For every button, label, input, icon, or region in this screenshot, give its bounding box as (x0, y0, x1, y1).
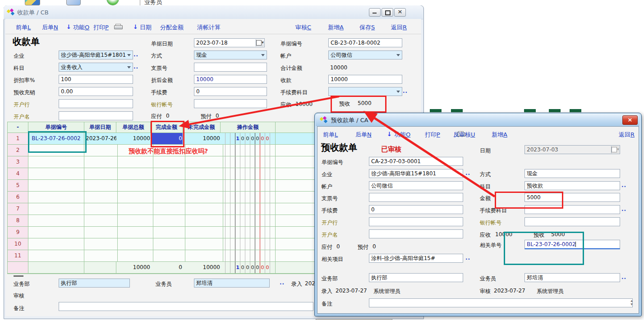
table-cell-done[interactable] (151, 156, 185, 168)
table-cell-doc-no[interactable] (28, 156, 84, 168)
table-row-number[interactable]: 6 (8, 192, 28, 203)
table-cell-doc-no[interactable] (28, 168, 84, 180)
calendar-dropdown-button[interactable]: ▾ (256, 39, 264, 46)
print-button[interactable]: 打印P (93, 23, 109, 32)
bank-account-input[interactable] (524, 217, 620, 226)
person-select[interactable]: 郑培清 (194, 279, 270, 288)
unaudit-button[interactable]: 反审核U (453, 131, 475, 139)
bank-account-input[interactable] (194, 99, 267, 108)
table-cell-done[interactable] (151, 250, 185, 262)
related-no-input[interactable]: BL-23-07-26-0002 (524, 240, 620, 249)
table-cell-total[interactable] (116, 238, 153, 250)
table-cell-doc-no[interactable] (28, 215, 84, 227)
splitter-handle[interactable] (14, 275, 23, 277)
date-menu-button[interactable]: 日期 (140, 23, 152, 32)
table-cell-total[interactable] (116, 215, 153, 227)
table-row-number[interactable]: 9 (8, 227, 28, 238)
add-new-button[interactable]: 新增A (492, 131, 507, 139)
doc-date-input[interactable]: 2023-07-18 ▾ (194, 38, 265, 47)
add-new-button[interactable]: 新增A (328, 23, 344, 32)
fee-subject-lookup-button[interactable]: .. (621, 206, 626, 212)
spinner-control[interactable]: ▲▼ (629, 299, 634, 306)
table-cell-done[interactable] (151, 180, 185, 192)
save-button[interactable]: 保存S (359, 23, 375, 32)
receipt-amount-input[interactable]: 10000 (328, 75, 402, 84)
table-cell-date[interactable] (84, 203, 118, 215)
table-cell-undone[interactable] (183, 250, 223, 262)
fee-subject-lookup-button[interactable]: .. (403, 88, 408, 94)
table-cell-undone[interactable] (183, 192, 223, 203)
table-cell-done[interactable] (151, 192, 185, 203)
account-input[interactable]: 公司微信 (369, 181, 463, 190)
table-cell-undone[interactable] (183, 203, 223, 215)
table-cell-total[interactable] (116, 203, 153, 215)
company-select[interactable]: 徐少德-高阳华庭15#1801 (59, 50, 133, 59)
subject-lookup-button[interactable]: .. (133, 64, 138, 70)
table-cell-undone[interactable]: 10000 (183, 133, 223, 145)
discount-rate-input[interactable]: 100 (59, 75, 133, 84)
dept-select[interactable]: 执行部 (59, 279, 130, 288)
fee-subject-select[interactable] (328, 87, 402, 96)
table-row-number[interactable]: 4 (8, 168, 28, 180)
clear-account-calc-button[interactable]: 清帐计算 (197, 23, 221, 32)
table-cell-done[interactable] (151, 203, 185, 215)
holder-name-input[interactable] (369, 229, 463, 238)
account-select[interactable]: 公司微信 (328, 50, 402, 59)
table-cell-total[interactable] (116, 168, 153, 180)
table-cell-doc-no[interactable] (28, 238, 84, 250)
window-advance-titlebar[interactable]: 预收款单 / CA × (316, 114, 639, 126)
prev-doc-button[interactable]: 前单L (16, 23, 31, 32)
remark-input[interactable] (369, 298, 633, 307)
table-row-number[interactable]: 5 (8, 180, 28, 192)
person-lookup-button[interactable]: .. (280, 279, 285, 286)
table-cell-undone[interactable] (183, 227, 223, 238)
advance-offset-input[interactable]: 0.00 (59, 87, 133, 96)
window-receipt-titlebar[interactable]: 收款单 / CB × (4, 5, 423, 19)
table-cell-undone[interactable] (183, 215, 223, 227)
back-button[interactable]: 返回R (619, 131, 635, 139)
table-cell-doc-no[interactable]: BL-23-07-26-0002 (28, 133, 84, 145)
doc-no-input[interactable]: CA-23-07-03-0001 (369, 157, 463, 166)
table-cell-date[interactable] (84, 168, 118, 180)
table-cell-doc-no[interactable] (28, 203, 84, 215)
table-cell-date[interactable] (84, 215, 118, 227)
doc-no-input[interactable]: CB-23-07-18-0002 (328, 38, 402, 47)
subject-select[interactable]: 业务收入 (59, 63, 133, 72)
table-cell-total[interactable] (116, 192, 153, 203)
table-cell-date[interactable] (84, 227, 118, 238)
table-cell-op-amount[interactable] (221, 180, 276, 192)
table-cell-date[interactable]: 2023-07-26 (84, 133, 118, 145)
table-cell-total[interactable] (116, 227, 153, 238)
remark-input[interactable] (59, 302, 313, 311)
table-cell-doc-no[interactable] (28, 192, 84, 203)
table-cell-done[interactable] (151, 227, 185, 238)
table-cell-op-amount[interactable] (221, 168, 276, 180)
table-cell-doc-no[interactable] (28, 145, 84, 156)
table-cell-undone[interactable] (183, 156, 223, 168)
table-cell-op-amount[interactable] (221, 250, 276, 262)
table-cell-total[interactable] (116, 156, 153, 168)
amount-input[interactable]: 5000 (524, 193, 620, 202)
bank-branch-input[interactable] (369, 217, 463, 226)
method-input[interactable]: 现金 (524, 169, 620, 178)
holder-name-input[interactable] (59, 111, 133, 120)
table-cell-doc-no[interactable] (28, 250, 84, 262)
print-button[interactable]: 打印P (425, 131, 440, 139)
fee-subject-input[interactable] (524, 205, 620, 214)
minimize-button[interactable] (369, 8, 381, 17)
related-item-lookup-button[interactable]: .. (465, 255, 470, 261)
table-cell-op-amount[interactable] (221, 145, 276, 156)
table-cell-op-amount[interactable] (221, 238, 276, 250)
company-input[interactable]: 徐少德-高阳华庭15#1801 (369, 169, 463, 178)
table-row-number[interactable]: 2 (8, 145, 28, 156)
table-cell-undone[interactable] (183, 238, 223, 250)
fee-input[interactable]: 0 (369, 205, 463, 214)
table-cell-date[interactable] (84, 156, 118, 168)
table-cell-doc-no[interactable] (28, 227, 84, 238)
table-row-number[interactable]: 1 (8, 133, 28, 145)
table-row-number[interactable]: 7 (8, 203, 28, 215)
table-cell-op-amount[interactable] (221, 203, 276, 215)
table-cell-date[interactable] (84, 238, 118, 250)
table-row-number[interactable]: 3 (8, 156, 28, 168)
function-menu-button[interactable]: 功能O (394, 131, 410, 139)
